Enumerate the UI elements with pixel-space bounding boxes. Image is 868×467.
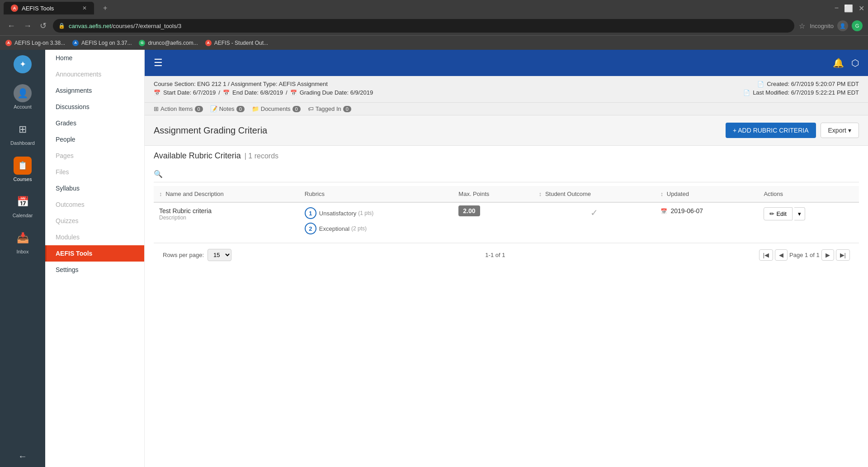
address-bar[interactable]: 🔒 canvas.aefis.net/courses/7/external_to…: [53, 19, 794, 33]
tagged-in-label: Tagged In: [316, 105, 341, 112]
reload-button[interactable]: ↺: [38, 19, 48, 33]
profile-icon: G: [852, 20, 863, 31]
notes-link[interactable]: 📝 Notes 0: [210, 105, 245, 112]
rows-per-page-select[interactable]: 15 25 50: [208, 249, 231, 261]
course-nav-grades[interactable]: Grades: [45, 115, 144, 131]
course-nav-aefis-tools[interactable]: AEFIS Tools: [45, 245, 144, 262]
created-text: Created: 6/7/2019 5:20:07 PM EDT: [767, 81, 859, 87]
separator-2: /: [286, 89, 288, 96]
global-nav-home[interactable]: ✦: [0, 50, 45, 79]
courses-orange-icon: 📋: [14, 157, 32, 175]
global-navigation: ✦ 👤 Account ⊞ Dashboard 📋: [0, 50, 45, 467]
dashboard-label: Dashboard: [10, 140, 35, 146]
global-nav-calendar[interactable]: 📅 Calendar: [0, 187, 45, 224]
courses-icon: 📋: [14, 157, 32, 175]
prev-page-button[interactable]: ◀: [775, 249, 788, 261]
global-nav-dashboard[interactable]: ⊞ Dashboard: [0, 115, 45, 151]
course-nav-files: Files: [45, 164, 144, 180]
rows-per-page: Rows per page: 15 25 50: [163, 249, 231, 261]
tagged-in-link[interactable]: 🏷 Tagged In 0: [308, 105, 351, 112]
close-button[interactable]: ✕: [859, 4, 864, 13]
bookmark-button[interactable]: ☆: [799, 22, 805, 30]
aefis-iframe-content: ☰ 🔔 ⬡ Course Section: ENG 212 1 / Assign…: [145, 50, 868, 467]
course-nav-discussions[interactable]: Discussions: [45, 99, 144, 115]
edit-button[interactable]: ✏ Edit: [764, 207, 792, 220]
back-button[interactable]: ←: [5, 19, 17, 33]
section-actions: + ADD RUBRIC CRITERIA Export ▾: [726, 123, 859, 138]
minimize-button[interactable]: −: [835, 4, 839, 12]
inbox-symbol: 📥: [17, 232, 29, 244]
browser-tab-active[interactable]: A AEFIS Tools ✕: [4, 2, 94, 14]
inbox-icon: 📥: [14, 229, 32, 247]
global-nav-collapse[interactable]: ←: [0, 446, 45, 467]
col-max-points-label: Max. Points: [458, 191, 489, 197]
tag-icon: 🏷: [308, 105, 314, 112]
bookmark-label-1: AEFIS Log-on 3.38...: [14, 40, 65, 46]
close-tab-button[interactable]: ✕: [82, 5, 87, 11]
bookmark-google[interactable]: G drunco@aefis.com...: [139, 40, 198, 46]
add-rubric-criteria-button[interactable]: + ADD RUBRIC CRITERIA: [726, 123, 816, 138]
last-page-button[interactable]: ▶|: [836, 249, 850, 261]
bookmark-label-4: AEFIS - Student Out...: [214, 40, 268, 46]
aefis-header-icons: 🔔 ⬡: [833, 57, 859, 68]
course-nav-home[interactable]: Home: [45, 50, 144, 66]
forward-button[interactable]: →: [22, 19, 33, 33]
row-student-outcome-cell: ✓: [533, 202, 655, 243]
col-rubrics: Rubrics: [299, 186, 453, 202]
next-page-button[interactable]: ▶: [821, 249, 834, 261]
max-points-badge: 2.00: [458, 205, 480, 216]
table-header-row: ↕ Name and Description Rubrics Max. Poin…: [154, 186, 859, 202]
documents-label: Documents: [261, 105, 291, 112]
row-rubrics-cell: 1 Unsatisfactory (1 pts) 2 Exceptional (…: [299, 202, 453, 243]
search-input[interactable]: [166, 171, 859, 178]
course-nav-settings[interactable]: Settings: [45, 262, 144, 278]
end-date-text: End Date: 6/8/2019: [232, 89, 283, 96]
action-items-link[interactable]: ⊞ Action Items 0: [154, 105, 203, 112]
maximize-button[interactable]: ⬜: [844, 4, 853, 13]
pagination-bar: Rows per page: 15 25 50 1-1 of 1 |◀ ◀ Pa…: [154, 243, 859, 267]
edit-dropdown-button[interactable]: ▾: [794, 207, 805, 220]
course-nav-announcements: Announcements: [45, 66, 144, 82]
col-updated[interactable]: ↕ Updated: [655, 186, 759, 202]
incognito-icon: 👤: [837, 20, 848, 31]
course-section-info: Course Section: ENG 212 1 / Assignment T…: [154, 81, 373, 87]
export-button[interactable]: Export ▾: [821, 123, 859, 138]
course-section-text: Course Section: ENG 212 1 / Assignment T…: [154, 81, 328, 87]
first-page-button[interactable]: |◀: [759, 249, 773, 261]
hamburger-button[interactable]: ☰: [154, 57, 163, 69]
bookmark-favicon-2: A: [72, 40, 79, 46]
action-items-label: Action Items: [160, 105, 193, 112]
global-nav-courses[interactable]: 📋 Courses: [0, 151, 45, 187]
table-row: Test Rubric criteria Description 1 Unsat…: [154, 202, 859, 243]
global-nav-inbox[interactable]: 📥 Inbox: [0, 224, 45, 260]
available-rubric-title: Available Rubric Criteria: [154, 151, 241, 161]
global-nav-account[interactable]: 👤 Account: [0, 79, 45, 115]
course-navigation: Home Announcements Assignments Discussio…: [45, 50, 145, 467]
course-nav-assignments[interactable]: Assignments: [45, 82, 144, 99]
start-date-text: Start Date: 6/7/2019: [163, 89, 216, 96]
course-nav-people[interactable]: People: [45, 131, 144, 148]
external-link-icon[interactable]: ⬡: [851, 57, 859, 68]
rows-per-page-label: Rows per page:: [163, 252, 204, 258]
col-name[interactable]: ↕ Name and Description: [154, 186, 299, 202]
created-info: 📄 Created: 6/7/2019 5:20:07 PM EDT: [743, 81, 859, 87]
url-path: /courses/7/external_tools/3: [111, 23, 181, 29]
browser-toolbar: ← → ↺ 🔒 canvas.aefis.net/courses/7/exter…: [0, 16, 868, 35]
col-max-points[interactable]: Max. Points: [453, 186, 533, 202]
bell-icon[interactable]: 🔔: [833, 57, 844, 68]
bookmark-aefis-3[interactable]: A AEFIS - Student Out...: [205, 40, 268, 46]
notes-icon: 📝: [210, 105, 217, 112]
bookmark-label-3: drunco@aefis.com...: [148, 40, 198, 46]
bookmark-aefis-1[interactable]: A AEFIS Log-on 3.38...: [5, 40, 65, 46]
search-icon: 🔍: [154, 170, 163, 178]
user-icon: 👤: [14, 84, 32, 102]
col-student-outcome[interactable]: ↕ Student Outcome: [533, 186, 655, 202]
bookmark-aefis-2[interactable]: A AEFIS Log on 3.37...: [72, 40, 132, 46]
col-updated-label: Updated: [667, 191, 689, 197]
new-tab-button[interactable]: +: [98, 1, 113, 15]
window-controls: − ⬜ ✕: [835, 4, 864, 13]
course-nav-syllabus[interactable]: Syllabus: [45, 180, 144, 196]
documents-link[interactable]: 📁 Documents 0: [252, 105, 301, 112]
export-label: Export: [828, 127, 846, 134]
col-name-label: Name and Description: [165, 191, 224, 197]
